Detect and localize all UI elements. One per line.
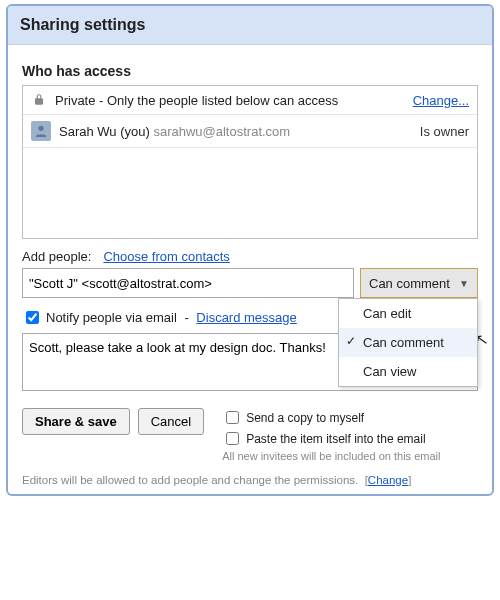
cancel-button[interactable]: Cancel	[138, 408, 204, 435]
caret-down-icon: ▼	[459, 278, 469, 289]
permission-selected-label: Can comment	[369, 276, 450, 291]
sharing-dialog: Sharing settings Who has access Private …	[6, 4, 494, 496]
choose-contacts-link[interactable]: Choose from contacts	[103, 249, 229, 264]
access-heading: Who has access	[22, 63, 478, 79]
invitees-note: All new invitees will be included on thi…	[222, 450, 440, 462]
privacy-row: Private - Only the people listed below c…	[23, 86, 477, 115]
permission-option-edit[interactable]: Can edit	[339, 299, 477, 328]
notify-checkbox[interactable]	[26, 311, 39, 324]
permission-option-view[interactable]: Can view	[339, 357, 477, 386]
notify-label: Notify people via email	[46, 310, 177, 325]
owner-email: sarahwu@altostrat.com	[153, 124, 290, 139]
list-spacer	[23, 148, 477, 238]
discard-message-link[interactable]: Discard message	[196, 310, 296, 325]
permission-dropdown-button[interactable]: Can comment ▼	[360, 268, 478, 298]
dialog-body: Who has access Private - Only the people…	[8, 45, 492, 494]
owner-name: Sarah Wu (you)	[59, 124, 150, 139]
owner-role: Is owner	[400, 124, 469, 139]
permission-option-comment[interactable]: Can comment	[339, 328, 477, 357]
notify-sep: -	[181, 310, 193, 325]
share-save-button[interactable]: Share & save	[22, 408, 130, 435]
avatar-icon	[31, 121, 51, 141]
dialog-title: Sharing settings	[8, 6, 492, 45]
permission-menu: Can edit Can comment Can view	[338, 298, 478, 387]
change-privacy-link[interactable]: Change...	[413, 93, 469, 108]
svg-point-0	[38, 126, 43, 131]
footer-text: Editors will be allowed to add people an…	[22, 474, 358, 486]
footer-note: Editors will be allowed to add people an…	[22, 474, 478, 486]
send-copy-label: Send a copy to myself	[246, 411, 364, 425]
paste-item-label: Paste the item itself into the email	[246, 432, 425, 446]
owner-row: Sarah Wu (you) sarahwu@altostrat.com Is …	[23, 115, 477, 148]
lock-icon	[31, 92, 47, 108]
access-list: Private - Only the people listed below c…	[22, 85, 478, 239]
owner-text: Sarah Wu (you) sarahwu@altostrat.com	[59, 124, 392, 139]
people-input[interactable]	[22, 268, 354, 298]
privacy-text: Private - Only the people listed below c…	[55, 93, 405, 108]
send-copy-checkbox[interactable]	[226, 411, 239, 424]
paste-item-checkbox[interactable]	[226, 432, 239, 445]
footer-change-link[interactable]: Change	[368, 474, 408, 486]
add-people-label: Add people:	[22, 249, 91, 264]
